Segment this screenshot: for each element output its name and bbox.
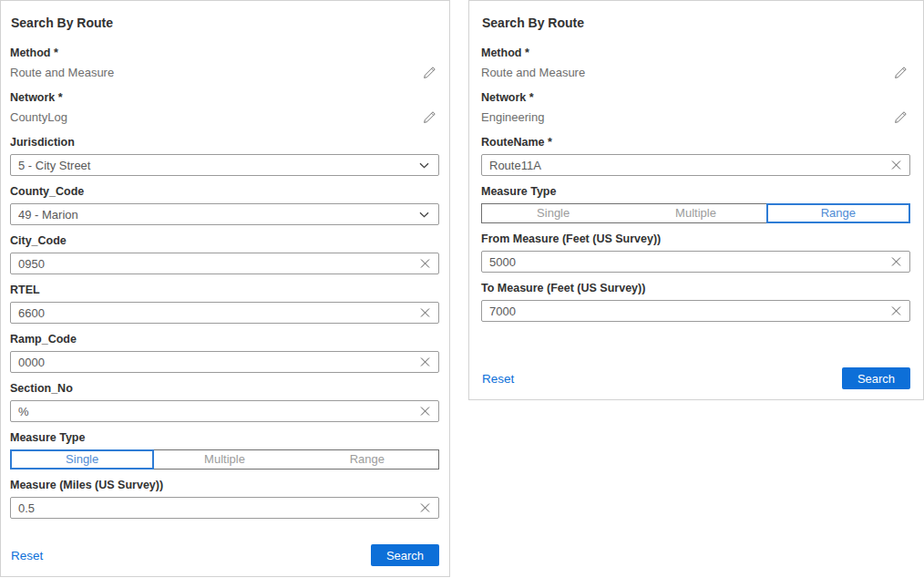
jurisdiction-select[interactable]: 5 - City Street xyxy=(10,154,439,176)
county-code-label: County_Code xyxy=(10,185,439,199)
edit-network-button[interactable] xyxy=(421,108,437,125)
clear-city-code-button[interactable] xyxy=(419,258,431,270)
method-label: Method * xyxy=(10,46,439,60)
x-icon xyxy=(891,306,901,316)
measure-type-multiple-button[interactable]: Multiple xyxy=(624,204,766,222)
network-label: Network * xyxy=(481,91,910,105)
to-measure-field: To Measure (Feet (US Survey)) xyxy=(481,282,910,322)
measure-type-label: Measure Type xyxy=(10,431,439,445)
rtel-field: RTEL xyxy=(10,284,439,324)
clear-section-no-button[interactable] xyxy=(419,406,431,418)
route-name-input[interactable] xyxy=(481,154,910,176)
ramp-code-field: Ramp_Code xyxy=(10,333,439,373)
edit-network-button[interactable] xyxy=(892,108,909,125)
route-name-label: RouteName * xyxy=(481,136,910,150)
county-code-selected-value: 49 - Marion xyxy=(18,208,78,222)
x-icon xyxy=(420,357,430,367)
network-value: Engineering xyxy=(481,110,544,124)
method-field: Method * Route and Measure xyxy=(481,46,910,80)
jurisdiction-field: Jurisdiction 5 - City Street xyxy=(10,136,439,176)
measure-type-single-button[interactable]: Single xyxy=(482,204,624,222)
panel-actions: Reset Search xyxy=(10,544,439,566)
method-value: Route and Measure xyxy=(481,66,585,79)
clear-route-name-button[interactable] xyxy=(890,160,902,171)
measure-type-single-button[interactable]: Single xyxy=(11,450,153,469)
clear-from-measure-button[interactable] xyxy=(890,256,902,268)
x-icon xyxy=(891,160,901,170)
measure-type-field: Measure Type Single Multiple Range xyxy=(10,431,439,470)
search-button[interactable]: Search xyxy=(842,367,910,389)
pencil-icon xyxy=(423,66,436,79)
from-measure-field: From Measure (Feet (US Survey)) xyxy=(481,232,910,273)
measure-type-field: Measure Type Single Multiple Range xyxy=(481,185,910,223)
section-no-field: Section_No xyxy=(10,382,439,422)
measure-type-segmented: Single Multiple Range xyxy=(10,449,439,470)
edit-method-button[interactable] xyxy=(892,64,909,80)
method-field: Method * Route and Measure xyxy=(10,46,439,80)
jurisdiction-label: Jurisdiction xyxy=(10,136,439,150)
clear-to-measure-button[interactable] xyxy=(890,305,902,317)
pencil-icon xyxy=(423,110,436,124)
x-icon xyxy=(420,259,430,269)
from-measure-label: From Measure (Feet (US Survey)) xyxy=(481,232,910,246)
city-code-input[interactable] xyxy=(10,253,439,274)
to-measure-label: To Measure (Feet (US Survey)) xyxy=(481,282,910,295)
ramp-code-label: Ramp_Code xyxy=(10,333,439,346)
panel-actions: Reset Search xyxy=(481,367,910,389)
from-measure-input[interactable] xyxy=(481,251,910,273)
measure-type-segmented: Single Multiple Range xyxy=(481,203,910,223)
clear-rtel-button[interactable] xyxy=(419,307,431,319)
rtel-label: RTEL xyxy=(10,284,439,297)
clear-ramp-code-button[interactable] xyxy=(419,356,431,368)
network-field: Network * CountyLog xyxy=(10,91,439,125)
search-by-route-panel-right: Search By Route Method * Route and Measu… xyxy=(468,0,924,400)
method-label: Method * xyxy=(481,46,910,60)
panel-title: Search By Route xyxy=(482,14,910,32)
to-measure-input[interactable] xyxy=(481,300,910,322)
measure-field: Measure (Miles (US Survey)) xyxy=(10,479,439,519)
measure-input[interactable] xyxy=(10,497,439,519)
edit-method-button[interactable] xyxy=(421,64,437,80)
method-value: Route and Measure xyxy=(10,66,114,79)
measure-label: Measure (Miles (US Survey)) xyxy=(10,479,439,492)
chevron-down-icon xyxy=(419,212,429,218)
reset-link[interactable]: Reset xyxy=(11,549,43,563)
clear-measure-button[interactable] xyxy=(419,502,431,514)
measure-type-label: Measure Type xyxy=(481,185,910,199)
chevron-down-icon xyxy=(419,162,429,169)
page-layout: Search By Route Method * Route and Measu… xyxy=(0,0,924,577)
network-label: Network * xyxy=(10,91,439,105)
panel-title: Search By Route xyxy=(11,14,439,32)
reset-link[interactable]: Reset xyxy=(482,372,514,386)
network-field: Network * Engineering xyxy=(481,91,910,125)
city-code-field: City_Code xyxy=(10,234,439,274)
measure-type-range-button[interactable]: Range xyxy=(767,204,909,222)
pencil-icon xyxy=(894,66,908,79)
county-code-field: County_Code 49 - Marion xyxy=(10,185,439,225)
x-icon xyxy=(420,407,430,417)
measure-type-multiple-button[interactable]: Multiple xyxy=(153,450,295,469)
search-by-route-panel-left: Search By Route Method * Route and Measu… xyxy=(0,0,450,577)
network-value: CountyLog xyxy=(10,110,67,124)
route-name-field: RouteName * xyxy=(481,136,910,176)
search-button[interactable]: Search xyxy=(371,544,439,566)
measure-type-range-button[interactable]: Range xyxy=(296,450,438,469)
pencil-icon xyxy=(894,110,908,124)
section-no-label: Section_No xyxy=(10,382,439,396)
x-icon xyxy=(420,308,430,318)
rtel-input[interactable] xyxy=(10,302,439,324)
county-code-select[interactable]: 49 - Marion xyxy=(10,203,439,225)
x-icon xyxy=(420,503,430,513)
city-code-label: City_Code xyxy=(10,234,439,248)
ramp-code-input[interactable] xyxy=(10,351,439,373)
x-icon xyxy=(891,257,901,267)
section-no-input[interactable] xyxy=(10,400,439,422)
jurisdiction-selected-value: 5 - City Street xyxy=(18,159,90,172)
